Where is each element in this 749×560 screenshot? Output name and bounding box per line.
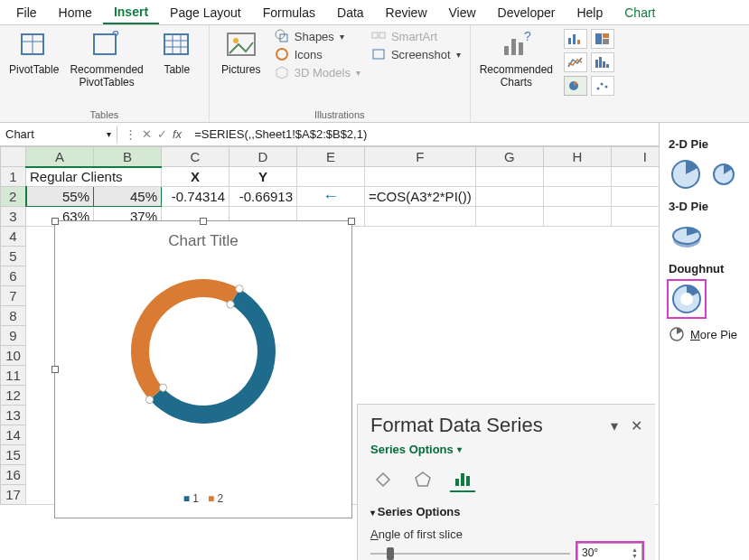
tab-view[interactable]: View <box>438 2 487 23</box>
cell[interactable] <box>543 187 611 207</box>
row-header-16[interactable]: 16 <box>1 465 26 485</box>
cell[interactable]: Regular Clients <box>26 167 162 187</box>
tab-help[interactable]: Help <box>566 2 613 23</box>
svg-rect-16 <box>372 33 378 38</box>
row-header-7[interactable]: 7 <box>1 286 26 306</box>
cell[interactable] <box>543 167 611 187</box>
tab-file[interactable]: File <box>5 2 48 23</box>
cell[interactable] <box>543 207 611 227</box>
angle-slider[interactable] <box>370 546 570 560</box>
chart-column-button[interactable] <box>564 29 587 49</box>
col-header-d[interactable]: D <box>229 147 297 167</box>
pictures-button[interactable]: Pictures <box>219 29 264 76</box>
resize-handle[interactable] <box>200 218 207 225</box>
chart-histogram-button[interactable] <box>591 52 614 72</box>
cell[interactable] <box>475 167 543 187</box>
tab-review[interactable]: Review <box>375 2 438 23</box>
select-all[interactable] <box>1 147 26 167</box>
chart-pie-button[interactable] <box>564 76 587 96</box>
row-header-6[interactable]: 6 <box>1 266 26 286</box>
tab-chart-design[interactable]: Chart <box>613 2 666 23</box>
resize-handle[interactable] <box>51 218 59 225</box>
row-header-8[interactable]: 8 <box>1 306 26 326</box>
row-header-9[interactable]: 9 <box>1 326 26 346</box>
recommended-charts-button[interactable]: ? Recommended Charts <box>480 29 553 89</box>
row-header-5[interactable]: 5 <box>1 247 26 266</box>
cell[interactable]: 45% <box>94 187 162 207</box>
col-header-b[interactable]: B <box>94 147 162 167</box>
row-header-17[interactable]: 17 <box>1 485 26 505</box>
chart-hierarchy-button[interactable] <box>591 29 614 49</box>
row-header-4[interactable]: 4 <box>1 227 26 247</box>
resize-handle[interactable] <box>51 366 59 373</box>
3d-models-button[interactable]: 3D Models▾ <box>275 65 360 79</box>
col-header-e[interactable]: E <box>297 147 365 167</box>
tab-formulas[interactable]: Formulas <box>252 2 326 23</box>
col-header-h[interactable]: H <box>543 147 611 167</box>
cell[interactable]: -0.66913 <box>229 187 297 207</box>
expand-icon[interactable]: ⋮ <box>125 127 136 141</box>
cancel-icon[interactable]: ✕ <box>142 127 152 141</box>
tab-page-layout[interactable]: Page Layout <box>159 2 252 23</box>
pivot-table-button[interactable]: PivotTable <box>9 29 59 76</box>
smartart-button[interactable]: SmartArt <box>371 29 461 43</box>
tab-developer[interactable]: Developer <box>487 2 566 23</box>
series-options-section[interactable]: Series Options <box>370 505 642 518</box>
cell[interactable]: -0.74314 <box>162 187 229 207</box>
svg-rect-5 <box>164 34 188 54</box>
effects-tab[interactable] <box>410 467 435 492</box>
pie-2d-button[interactable] <box>669 156 704 192</box>
chart-scatter-button[interactable] <box>591 76 614 96</box>
col-header-a[interactable]: A <box>26 147 94 167</box>
cell[interactable] <box>475 207 543 227</box>
row-header-13[interactable]: 13 <box>1 406 26 425</box>
table-button[interactable]: Table <box>154 29 200 76</box>
fx-icon[interactable]: fx <box>173 127 182 141</box>
tab-home[interactable]: Home <box>48 2 103 23</box>
icons-button[interactable]: Icons <box>275 47 360 61</box>
name-box[interactable]: Chart▾ <box>0 126 117 143</box>
embedded-chart[interactable]: Chart Title 1 2 <box>54 220 352 518</box>
cell[interactable]: =COS(A3*2*PI()) <box>365 187 476 207</box>
row-header-12[interactable]: 12 <box>1 386 26 406</box>
resize-handle[interactable] <box>348 218 355 225</box>
row-header-11[interactable]: 11 <box>1 366 26 386</box>
chart-line-button[interactable] <box>564 52 587 72</box>
cell[interactable]: Y <box>229 167 297 187</box>
doughnut-chart[interactable] <box>113 261 294 442</box>
tab-data[interactable]: Data <box>326 2 375 23</box>
row-header-3[interactable]: 3 <box>1 207 26 227</box>
cell[interactable] <box>365 167 476 187</box>
col-header-c[interactable]: C <box>162 147 229 167</box>
doughnut-button[interactable] <box>669 281 705 317</box>
row-header-10[interactable]: 10 <box>1 346 26 366</box>
chart-legend[interactable]: 1 2 <box>55 492 351 505</box>
row-header-15[interactable]: 15 <box>1 445 26 465</box>
col-header-g[interactable]: G <box>475 147 543 167</box>
pie-of-pie-button[interactable] <box>711 156 746 192</box>
format-data-series-pane: Format Data Series ▾ ✕ Series Options▾ S… <box>357 404 655 560</box>
chart-title[interactable]: Chart Title <box>55 221 351 254</box>
series-options-tab[interactable] <box>450 467 475 492</box>
row-header-14[interactable]: 14 <box>1 425 26 445</box>
cell[interactable] <box>365 207 476 227</box>
angle-spinbox[interactable]: 30°▲▼ <box>577 543 642 560</box>
screenshot-button[interactable]: Screenshot▾ <box>371 47 461 61</box>
row-header-1[interactable]: 1 <box>1 167 26 187</box>
enter-icon[interactable]: ✓ <box>157 127 167 141</box>
row-header-2[interactable]: 2 <box>1 187 26 207</box>
fill-tab[interactable] <box>370 467 396 492</box>
pie-3d-button[interactable] <box>669 219 705 255</box>
col-header-f[interactable]: F <box>365 147 476 167</box>
recommended-pivot-button[interactable]: ? Recommended PivotTables <box>70 29 143 89</box>
more-pie-charts-button[interactable]: More Pie <box>669 326 745 342</box>
cell[interactable] <box>297 167 365 187</box>
cell[interactable] <box>475 187 543 207</box>
close-icon[interactable]: ✕ <box>631 417 642 434</box>
series-options-dropdown[interactable]: Series Options▾ <box>370 443 642 456</box>
pane-options-icon[interactable]: ▾ <box>611 417 618 434</box>
cell[interactable]: X <box>162 167 229 187</box>
cell[interactable]: 55% <box>26 187 94 207</box>
shapes-button[interactable]: Shapes▾ <box>275 29 360 43</box>
tab-insert[interactable]: Insert <box>103 1 159 24</box>
